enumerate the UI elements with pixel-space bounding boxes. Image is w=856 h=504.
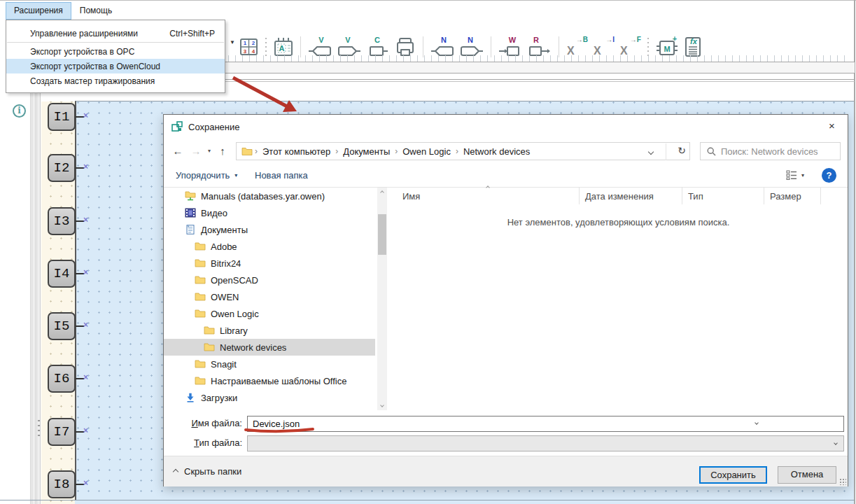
input-block-I1[interactable]: I1 <box>48 103 76 131</box>
filetype-combo[interactable] <box>247 435 844 451</box>
dialog-titlebar[interactable]: Сохранение <box>164 115 848 139</box>
menu-separator <box>7 42 224 43</box>
pin-marker[interactable] <box>76 326 84 327</box>
pin-marker[interactable] <box>76 378 84 379</box>
chevron-down-icon: ▾ <box>234 172 237 178</box>
dialog-footer: Скрыть папки Сохранить Отмена <box>164 456 848 486</box>
scroll-up-icon[interactable] <box>377 188 387 197</box>
refresh-icon[interactable]: ↻ <box>678 145 686 156</box>
input-block-I5[interactable]: I5 <box>48 312 76 340</box>
pin-marker[interactable] <box>76 484 84 485</box>
pin-marker[interactable] <box>76 273 84 274</box>
splitter-grip-dots <box>38 420 40 437</box>
menu-item-export-opc[interactable]: Экспорт устройства в OPC <box>6 44 225 59</box>
input-block-I2[interactable]: I2 <box>48 154 76 182</box>
search-input[interactable] <box>721 146 826 157</box>
input-block-I7[interactable]: I7 <box>48 418 76 446</box>
scrollbar-thumb[interactable] <box>378 214 386 255</box>
folder-icon <box>241 146 253 156</box>
pin-marker[interactable] <box>76 116 84 118</box>
dialog-title: Сохранение <box>188 122 240 132</box>
close-icon[interactable]: × <box>816 115 848 136</box>
search-box[interactable] <box>700 142 841 160</box>
chevron-down-icon <box>834 441 838 445</box>
svg-text:fx: fx <box>690 37 698 46</box>
info-icon[interactable] <box>13 104 26 118</box>
address-dropdown-icon[interactable] <box>648 149 654 155</box>
tree-item-snagit[interactable]: Snagit <box>164 356 375 372</box>
panel-splitter[interactable] <box>36 62 41 504</box>
menu-tab-help[interactable]: Помощь <box>71 2 120 20</box>
breadcrumb-owen-logic[interactable]: Owen Logic <box>400 146 454 157</box>
help-button[interactable]: ? <box>822 168 836 183</box>
filename-row: Имя файла: <box>164 416 848 433</box>
svg-text:C: C <box>374 36 380 44</box>
back-button[interactable]: ← <box>169 142 186 160</box>
column-header-name[interactable]: Имя <box>390 188 580 204</box>
toolbar-separator-dots <box>647 38 650 56</box>
menu-item-create-replication-master[interactable]: Создать мастер тиражирования <box>6 74 225 88</box>
chevron-up-icon <box>173 468 178 474</box>
filetype-label: Тип файла: <box>165 438 242 448</box>
breadcrumb[interactable]: › Этот компьютер › Документы › Owen Logi… <box>236 142 690 160</box>
pin-marker[interactable] <box>76 431 84 433</box>
export-device-icon <box>171 121 183 132</box>
left-side-panel <box>0 62 31 504</box>
tree-item-openscad[interactable]: OpenSCAD <box>164 272 375 288</box>
panel-splitter[interactable] <box>31 62 36 504</box>
new-folder-button[interactable]: Новая папка <box>255 170 308 181</box>
up-button[interactable]: ↑ <box>214 142 231 160</box>
svg-text:1: 1 <box>244 40 247 46</box>
breadcrumb-this-pc[interactable]: Этот компьютер <box>260 146 333 157</box>
documents-icon <box>185 225 196 234</box>
tree-item-video[interactable]: Видео <box>164 204 375 221</box>
tree-item-owen-logic[interactable]: Owen Logic <box>164 305 375 322</box>
tree-item-adobe[interactable]: Adobe <box>164 238 375 255</box>
pin-marker[interactable] <box>76 220 84 222</box>
column-header-date-modified[interactable]: Дата изменения <box>580 188 682 204</box>
input-block-I3[interactable]: I3 <box>48 207 76 235</box>
text-panel-button[interactable]: A <box>273 36 294 57</box>
resize-grip[interactable] <box>839 478 846 485</box>
tree-item-downloads[interactable]: Загрузки <box>164 389 375 406</box>
hide-folders-button[interactable]: Скрыть папки <box>174 466 241 477</box>
pin-marker[interactable] <box>76 167 84 169</box>
page-grid-button[interactable]: 1 2 3 4 <box>239 37 259 57</box>
menu-item-export-owencloud[interactable]: Экспорт устройства в OwenCloud <box>6 59 225 74</box>
tree-item-network-devices[interactable]: Network devices <box>164 339 375 356</box>
column-header-type[interactable]: Тип <box>682 188 764 204</box>
breadcrumb-documents[interactable]: Документы <box>340 146 393 157</box>
schematic-canvas-edge <box>75 500 854 504</box>
tree-scrollbar[interactable] <box>377 188 387 410</box>
input-block-I8[interactable]: I8 <box>48 470 76 498</box>
folder-icon <box>195 376 206 386</box>
tree-item-bitrix24[interactable]: Bitrix24 <box>164 255 375 272</box>
tree-item-manuals[interactable]: Manuals (databases.yar.owen) <box>164 188 375 204</box>
column-header-size[interactable]: Размер <box>764 188 821 204</box>
folder-icon <box>204 326 215 335</box>
scroll-down-icon[interactable] <box>377 400 387 410</box>
shortcut-label: Ctrl+Shift+P <box>169 29 215 38</box>
menu-item-manage-extensions[interactable]: Управление расширениями Ctrl+Shift+P <box>6 26 225 41</box>
input-block-I6[interactable]: I6 <box>48 365 76 393</box>
tree-item-office-templates[interactable]: Настраиваемые шаблоны Office <box>164 372 375 389</box>
tree-item-owen[interactable]: OWEN <box>164 288 375 305</box>
tree-item-documents[interactable]: Документы <box>164 221 375 238</box>
filename-input[interactable] <box>247 416 844 432</box>
toolbar-separator-dots <box>265 38 267 56</box>
details-view-icon <box>786 170 797 180</box>
tree-item-library[interactable]: Library <box>164 322 375 339</box>
file-list: Имя Дата изменения Тип Размер Нет элемен… <box>390 188 847 410</box>
input-block-I4[interactable]: I4 <box>48 260 76 288</box>
organize-button[interactable]: Упорядочить ▾ <box>176 170 237 181</box>
cancel-button[interactable]: Отмена <box>778 466 836 484</box>
view-mode-button[interactable]: ▾ <box>786 170 804 180</box>
save-button[interactable]: Сохранить <box>699 466 767 484</box>
menu-tab-extensions[interactable]: Расширения <box>6 2 71 20</box>
forward-button[interactable]: → <box>188 142 204 160</box>
history-dropdown-button[interactable]: ▾ <box>204 142 214 160</box>
combo-dropdown-caret[interactable]: ▼ <box>230 39 235 46</box>
breadcrumb-network-devices[interactable]: Network devices <box>461 146 533 157</box>
svg-text:R: R <box>533 36 539 44</box>
toolbar-separator <box>559 36 559 57</box>
